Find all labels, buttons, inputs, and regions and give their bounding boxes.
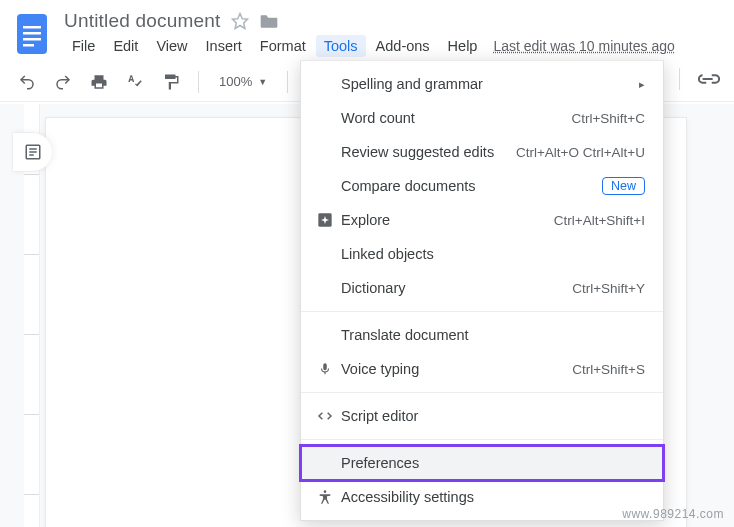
svg-point-11 (324, 490, 327, 493)
insert-link-button[interactable] (696, 66, 722, 92)
menu-item-label: Linked objects (337, 246, 645, 262)
menu-tools[interactable]: Tools (316, 35, 366, 57)
mic-icon (313, 360, 337, 378)
tools-item-spelling-and-grammar[interactable]: Spelling and grammar▸ (301, 67, 663, 101)
separator (679, 68, 680, 90)
menu-item-shortcut: Ctrl+Alt+Shift+I (554, 213, 645, 228)
submenu-arrow-icon: ▸ (639, 78, 645, 91)
tools-item-word-count[interactable]: Word countCtrl+Shift+C (301, 101, 663, 135)
menu-item-label: Word count (337, 110, 571, 126)
menu-item-label: Compare documents (337, 178, 602, 194)
redo-button[interactable] (50, 69, 76, 95)
menu-addons[interactable]: Add-ons (368, 35, 438, 57)
menu-item-shortcut: Ctrl+Shift+S (572, 362, 645, 377)
menu-item-label: Voice typing (337, 361, 572, 377)
menu-insert[interactable]: Insert (198, 35, 250, 57)
menu-item-label: Translate document (337, 327, 645, 343)
tools-item-script-editor[interactable]: Script editor (301, 399, 663, 433)
move-folder-icon[interactable] (259, 12, 279, 30)
menu-item-label: Script editor (337, 408, 645, 424)
document-outline-toggle[interactable] (12, 132, 52, 172)
chevron-down-icon: ▼ (258, 77, 267, 87)
document-title[interactable]: Untitled document (64, 10, 221, 32)
menu-separator (301, 311, 663, 312)
svg-rect-2 (23, 32, 41, 35)
new-badge: New (602, 177, 645, 195)
tools-item-review-suggested-edits[interactable]: Review suggested editsCtrl+Alt+O Ctrl+Al… (301, 135, 663, 169)
undo-button[interactable] (14, 69, 40, 95)
tools-item-translate-document[interactable]: Translate document (301, 318, 663, 352)
tools-item-explore[interactable]: ExploreCtrl+Alt+Shift+I (301, 203, 663, 237)
zoom-value: 100% (219, 74, 252, 89)
menu-item-label: Spelling and grammar (337, 76, 639, 92)
menu-separator (301, 439, 663, 440)
last-edit-link[interactable]: Last edit was 10 minutes ago (487, 38, 674, 54)
menu-item-shortcut: Ctrl+Alt+O Ctrl+Alt+U (516, 145, 645, 160)
menubar: File Edit View Insert Format Tools Add-o… (64, 34, 722, 58)
svg-rect-3 (23, 38, 41, 41)
menu-item-label: Explore (337, 212, 554, 228)
paint-format-button[interactable] (158, 69, 184, 95)
menu-item-label: Accessibility settings (337, 489, 645, 505)
separator (198, 71, 199, 93)
script-icon (313, 409, 337, 423)
menu-item-label: Dictionary (337, 280, 572, 296)
separator (287, 71, 288, 93)
print-button[interactable] (86, 69, 112, 95)
spellcheck-button[interactable] (122, 69, 148, 95)
menu-view[interactable]: View (148, 35, 195, 57)
tools-item-dictionary[interactable]: DictionaryCtrl+Shift+Y (301, 271, 663, 305)
svg-rect-1 (23, 26, 41, 29)
menu-format[interactable]: Format (252, 35, 314, 57)
tools-item-voice-typing[interactable]: Voice typingCtrl+Shift+S (301, 352, 663, 386)
menu-item-shortcut: Ctrl+Shift+C (571, 111, 645, 126)
menu-help[interactable]: Help (440, 35, 486, 57)
svg-rect-4 (23, 44, 34, 47)
tools-item-accessibility-settings[interactable]: Accessibility settings (301, 480, 663, 514)
tools-item-linked-objects[interactable]: Linked objects (301, 237, 663, 271)
zoom-select[interactable]: 100% ▼ (213, 74, 273, 89)
explore-icon (313, 212, 337, 228)
tools-menu-dropdown: Spelling and grammar▸Word countCtrl+Shif… (300, 60, 664, 521)
menu-edit[interactable]: Edit (105, 35, 146, 57)
menu-file[interactable]: File (64, 35, 103, 57)
menu-item-label: Review suggested edits (337, 144, 516, 160)
tools-item-preferences[interactable]: Preferences (301, 446, 663, 480)
menu-item-label: Preferences (337, 455, 645, 471)
tools-item-compare-documents[interactable]: Compare documentsNew (301, 169, 663, 203)
svg-marker-5 (232, 14, 247, 29)
star-icon[interactable] (231, 12, 249, 30)
watermark: www.989214.com (622, 507, 724, 521)
docs-logo[interactable] (12, 10, 52, 58)
menu-separator (301, 392, 663, 393)
accessibility-icon (313, 488, 337, 506)
menu-item-shortcut: Ctrl+Shift+Y (572, 281, 645, 296)
